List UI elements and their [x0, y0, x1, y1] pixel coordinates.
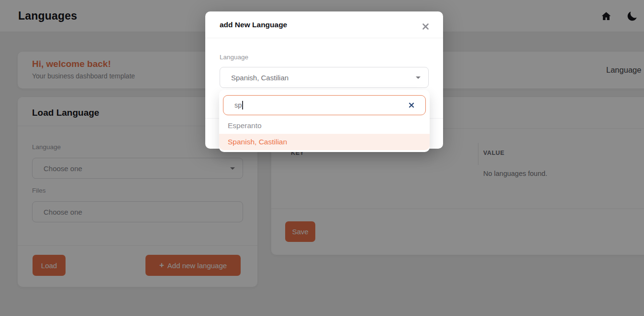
modal-language-select[interactable]: Spanish, Castilian	[220, 67, 429, 88]
modal-language-select-value: Spanish, Castilian	[231, 74, 289, 82]
language-option-spanish-castilian[interactable]: Spanish, Castilian	[219, 134, 430, 150]
modal-title: add New Language	[220, 21, 287, 29]
add-language-modal: add New Language Language Spanish, Casti…	[205, 11, 443, 149]
language-dropdown-popup: sp Esperanto Spanish, Castilian	[219, 90, 430, 152]
language-option-list: Esperanto Spanish, Castilian	[219, 118, 430, 150]
language-search-input[interactable]: sp	[223, 95, 426, 115]
text-cursor	[242, 101, 243, 109]
modal-language-label: Language	[220, 54, 248, 61]
clear-icon[interactable]	[408, 102, 415, 109]
language-option-esperanto[interactable]: Esperanto	[219, 118, 430, 134]
modal-header-divider	[205, 38, 443, 38]
chevron-down-icon	[416, 76, 421, 79]
close-icon[interactable]	[421, 22, 430, 31]
search-input-value: sp	[234, 101, 242, 109]
